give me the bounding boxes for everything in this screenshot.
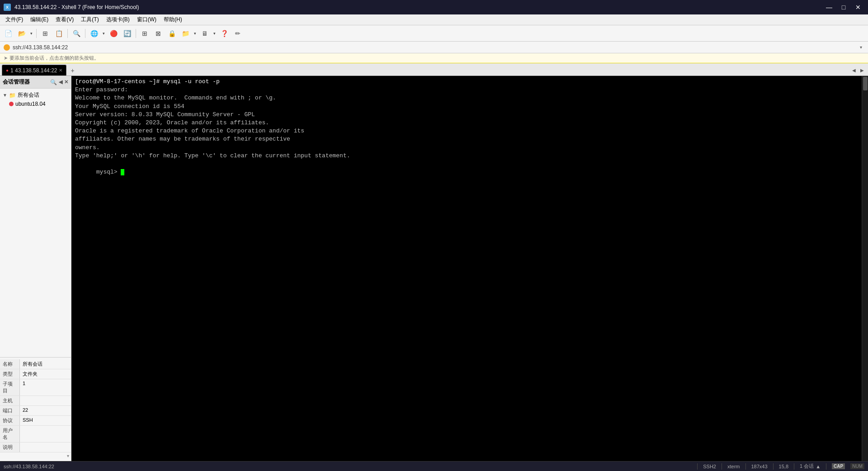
new-session-button[interactable]: 📄 <box>2 27 14 40</box>
sidebar-close-button[interactable]: ✕ <box>64 79 68 85</box>
sidebar-search-button[interactable]: 🔍 <box>50 79 57 85</box>
prop-row-host: 主机 <box>0 396 71 406</box>
terminal[interactable]: [root@VM-8-17-centos ~]# mysql -u root -… <box>71 76 862 461</box>
menu-file[interactable]: 文件(F) <box>2 15 27 24</box>
connect-button[interactable]: 🌐 <box>88 27 100 40</box>
copy-button[interactable]: ⊞ <box>39 27 52 40</box>
prop-row-type: 类型 文件夹 <box>0 369 71 379</box>
prop-value-desc <box>20 443 71 452</box>
prop-label-name: 名称 <box>0 359 20 369</box>
menu-view[interactable]: 查看(V) <box>52 15 77 24</box>
status-div-5 <box>794 463 794 470</box>
status-div-2 <box>722 463 722 470</box>
folder-icon: 📁 <box>9 92 16 99</box>
term-line-9: affiliates. Other names may be trademark… <box>75 135 858 143</box>
prop-value-username <box>20 426 71 442</box>
status-protocol: SSH2 <box>703 464 716 469</box>
menu-window[interactable]: 窗口(W) <box>133 15 160 24</box>
term-line-6: Copyright (c) 2000, 2023, Oracle and/or … <box>75 119 858 127</box>
close-button[interactable]: ✕ <box>852 1 864 14</box>
tab-title: 1 43.138.58.144:22 <box>10 67 57 74</box>
reconnect-button[interactable]: 🔄 <box>121 27 133 40</box>
terminal-button[interactable]: 🖥 <box>198 27 211 40</box>
prop-row-protocol: 协议 SSH <box>0 416 71 426</box>
terminal-cursor <box>121 169 124 175</box>
status-bar: ssh://43.138.58.144:22 SSH2 xterm 187x43… <box>0 461 868 471</box>
server-status-dot <box>9 102 14 106</box>
sidebar-folder-all[interactable]: ▼ 📁 所有会话 <box>0 90 71 100</box>
prop-value-protocol: SSH <box>20 416 71 425</box>
separator-3 <box>85 29 85 38</box>
sftp-button[interactable]: 📁 <box>179 27 192 40</box>
sidebar-header: 会话管理器 🔍 ◀ ✕ <box>0 76 71 89</box>
arrange-button[interactable]: ⊞ <box>138 27 151 40</box>
properties-scroll-down[interactable]: ▾ <box>67 453 69 458</box>
term-line-10: owners. <box>75 144 858 152</box>
open-dropdown-button[interactable]: ▾ <box>28 27 34 40</box>
add-tab-button[interactable]: + <box>67 66 77 75</box>
terminal-dropdown-button[interactable]: ▾ <box>212 27 217 40</box>
paste-button[interactable]: 📋 <box>52 27 65 40</box>
ssh-address: ssh://43.138.58.144:22 <box>13 44 68 51</box>
prop-label-type: 类型 <box>0 369 20 379</box>
status-div-6 <box>826 463 826 470</box>
prop-label-subitem: 子项目 <box>0 379 20 396</box>
menu-bar: 文件(F) 编辑(E) 查看(V) 工具(T) 选项卡(B) 窗口(W) 帮助(… <box>0 14 868 25</box>
prop-value-type: 文件夹 <box>20 369 71 379</box>
ssh-bar: ssh://43.138.58.144:22 ▾ <box>0 42 868 53</box>
term-line-3: Your MySQL connection id is 554 <box>75 103 858 111</box>
status-div-4 <box>773 463 774 470</box>
sidebar-tree: ▼ 📁 所有会话 ubuntu18.04 <box>0 89 71 357</box>
term-line-12: Type 'help;' or '\h' for help. Type '\c'… <box>75 152 858 160</box>
scroll-thumb[interactable] <box>863 77 868 90</box>
fullscreen-button[interactable]: ⊠ <box>152 27 165 40</box>
sidebar-collapse-button[interactable]: ◀ <box>59 79 62 85</box>
folder-expand-icon: ▼ <box>3 93 7 98</box>
term-line-8: Oracle is a registered trademark of Orac… <box>75 127 858 135</box>
prop-label-port: 端口 <box>0 406 20 415</box>
search-button[interactable]: 🔍 <box>70 27 83 40</box>
hint-text: 要添加当前会话，点击左侧的箭头按钮。 <box>9 55 99 61</box>
tab-bar: ● 1 43.138.58.144:22 ✕ + ◀ ▶ <box>0 63 868 76</box>
tab-bullet: ● <box>6 68 9 73</box>
ssh-dropdown-button[interactable]: ▾ <box>857 41 864 54</box>
prop-value-host <box>20 396 71 405</box>
sidebar-item-ubuntu[interactable]: ubuntu18.04 <box>0 100 71 108</box>
prop-row-username: 用户名 <box>0 426 71 443</box>
separator-2 <box>67 29 68 38</box>
prop-value-subitem: 1 <box>20 379 71 396</box>
menu-help[interactable]: 帮助(H) <box>160 15 186 24</box>
compose-button[interactable]: ✏ <box>231 27 244 40</box>
maximize-button[interactable]: □ <box>837 1 850 14</box>
menu-tabs[interactable]: 选项卡(B) <box>103 15 133 24</box>
status-sessions: 1 会话 ▲ <box>800 463 821 470</box>
separator-1 <box>36 29 37 38</box>
tab-close-button[interactable]: ✕ <box>59 68 62 73</box>
title-bar: X 43.138.58.144:22 - Xshell 7 (Free for … <box>0 0 868 14</box>
menu-tools[interactable]: 工具(T) <box>77 15 102 24</box>
hint-bar: ➤ 要添加当前会话，点击左侧的箭头按钮。 <box>0 53 868 63</box>
connect-dropdown-button[interactable]: ▾ <box>101 27 106 40</box>
prop-label-desc: 说明 <box>0 443 20 452</box>
active-tab[interactable]: ● 1 43.138.58.144:22 ✕ <box>2 65 66 75</box>
window-title: 43.138.58.144:22 - Xshell 7 (Free for Ho… <box>14 4 139 10</box>
prop-row-subitem: 子项目 1 <box>0 379 71 396</box>
ssh-status-icon <box>4 44 10 51</box>
help-button[interactable]: ❓ <box>218 27 231 40</box>
open-folder-button[interactable]: 📂 <box>15 27 28 40</box>
sftp-dropdown-button[interactable]: ▾ <box>192 27 198 40</box>
menu-edit[interactable]: 编辑(E) <box>27 15 52 24</box>
tab-scroll-right[interactable]: ▶ <box>858 65 866 75</box>
app-icon: X <box>4 4 11 11</box>
cap-badge: CAP <box>832 463 845 469</box>
folder-label: 所有会话 <box>18 91 39 99</box>
minimize-button[interactable]: — <box>823 1 835 14</box>
term-line-2: Welcome to the MySQL monitor. Commands e… <box>75 94 858 102</box>
disconnect-button[interactable]: 🔴 <box>107 27 120 40</box>
lock-button[interactable]: 🔒 <box>165 27 178 40</box>
terminal-scrollbar[interactable] <box>862 76 868 461</box>
properties-panel: 名称 所有会话 类型 文件夹 子项目 1 主机 端口 22 协议 SSH <box>0 357 71 461</box>
prop-value-name: 所有会话 <box>20 359 71 369</box>
toolbar: 📄 📂 ▾ ⊞ 📋 🔍 🌐 ▾ 🔴 🔄 ⊞ ⊠ 🔒 📁 ▾ 🖥 ▾ ❓ ✏ <box>0 25 868 42</box>
tab-scroll-left[interactable]: ◀ <box>850 65 858 75</box>
